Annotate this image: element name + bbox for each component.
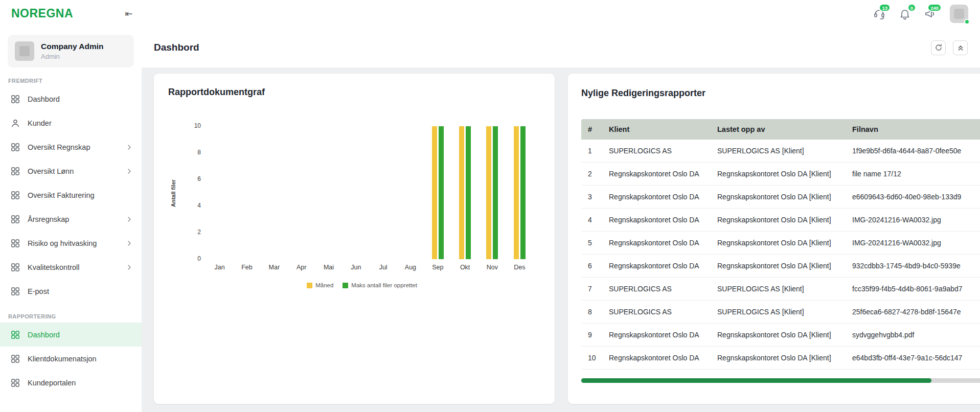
uploader-cell: Regnskapskontoret Oslo DA [Klient] — [713, 239, 848, 247]
scrollbar-thumb[interactable] — [581, 378, 931, 383]
support-badge: 13 — [879, 4, 891, 12]
sidebar-item-kvalitetskontroll[interactable]: Kvalitetskontroll — [0, 255, 142, 279]
sidebar-item-dashbord[interactable]: Dashbord — [0, 323, 142, 347]
chevron-right-icon — [125, 167, 133, 175]
filename-cell: e64bd3fb-0ff4-43e7-9a1c-56dc147 — [848, 354, 980, 362]
sidebar-item-label: Klientdokumenatsjon — [28, 355, 133, 363]
row-number: 4 — [581, 216, 605, 224]
table-row[interactable]: 2Regnskapskontoret Oslo DARegnskapskonto… — [581, 163, 980, 186]
table-header-lastet-opp-av: Lastet opp av — [713, 125, 848, 133]
legend-item: Måned — [307, 282, 333, 288]
uploader-cell: Regnskapskontoret Oslo DA [Klient] — [713, 216, 848, 224]
sidebar-item-oversikt-fakturering[interactable]: Oversikt Fakturering — [0, 183, 142, 207]
horizontal-scrollbar[interactable] — [581, 378, 980, 383]
client-cell: Regnskapskontoret Oslo DA — [605, 239, 713, 247]
sidebar-item-oversikt-l-nn[interactable]: Oversikt Lønn — [0, 159, 142, 183]
table-row[interactable]: 6Regnskapskontoret Oslo DARegnskapskonto… — [581, 255, 980, 278]
bar-maned — [432, 126, 437, 259]
grid-icon — [10, 190, 20, 200]
uploader-cell: Regnskapskontoret Oslo DA [Klient] — [713, 331, 848, 339]
person-icon — [10, 118, 20, 128]
x-tick-label: Mar — [261, 264, 288, 271]
sidebar-item-klientdokumenatsjon[interactable]: Klientdokumenatsjon — [0, 347, 142, 371]
y-axis-label: Antall filer — [170, 179, 176, 207]
announcements-button[interactable]: 240 — [924, 8, 937, 20]
report-chart-card: Rapportdokumentgraf Antall filer 0246810… — [153, 73, 555, 404]
sidebar-item-label: Oversikt Fakturering — [28, 191, 133, 199]
client-cell: Regnskapskontoret Oslo DA — [605, 170, 713, 178]
row-number: 10 — [581, 354, 605, 362]
filename-cell: 25f6eca6-6827-4278-bd8f-15647e — [848, 308, 980, 316]
grid-icon — [10, 214, 20, 224]
client-cell: Regnskapskontoret Oslo DA — [605, 193, 713, 201]
table-row[interactable]: 9Regnskapskontoret Oslo DARegnskapskonto… — [581, 324, 980, 347]
x-axis: JanFebMarAprMaiJunJulAugSepOktNovDes — [206, 264, 533, 271]
bar-group-okt — [451, 126, 478, 259]
filename-cell: sydvggehvgbb4.pdf — [848, 331, 980, 339]
bar-group-sep — [424, 126, 451, 259]
collapse-cards-button[interactable] — [953, 40, 968, 55]
bar-group-jul — [370, 126, 397, 259]
sidebar-item-kundeportalen[interactable]: Kundeportalen — [0, 371, 142, 395]
bar-group-aug — [397, 126, 424, 259]
main-header: Dashbord — [142, 28, 980, 67]
x-tick-label: Aug — [397, 264, 424, 271]
sidebar-item-label: Kvalitetskontroll — [28, 263, 118, 271]
support-button[interactable]: 13 — [873, 8, 885, 20]
app-logo[interactable]: NOREGNA — [11, 7, 73, 20]
bar-maks-antall-filer-opprettet — [493, 126, 498, 259]
table-row[interactable]: 3Regnskapskontoret Oslo DARegnskapskonto… — [581, 186, 980, 209]
legend-swatch — [307, 283, 312, 288]
bar-maks-antall-filer-opprettet — [466, 126, 471, 259]
sidebar-item-label: Dashbord — [28, 331, 133, 339]
notifications-button[interactable]: 0 — [899, 8, 911, 20]
grid-icon — [10, 166, 20, 176]
sidebar-collapse-button[interactable]: ⇤ — [122, 7, 136, 21]
x-tick-label: Jan — [206, 264, 233, 271]
table-row[interactable]: 8SUPERLOGICS ASSUPERLOGICS AS [Klient]25… — [581, 301, 980, 324]
row-number: 8 — [581, 308, 605, 316]
client-cell: Regnskapskontoret Oslo DA — [605, 262, 713, 270]
legend-label: Måned — [315, 282, 333, 288]
x-tick-label: Okt — [451, 264, 478, 271]
grid-icon — [10, 378, 20, 388]
sidebar-nav: FREMDRIFTDashbordKunderOversikt Regnskap… — [0, 78, 142, 395]
sidebar-item-e-post[interactable]: E-post — [0, 279, 142, 303]
user-avatar[interactable] — [950, 5, 968, 23]
bar-group-feb — [233, 126, 260, 259]
table-body: 1SUPERLOGICS ASSUPERLOGICS AS [Klient]1f… — [581, 140, 980, 370]
profile-name: Company Admin — [41, 42, 104, 51]
refresh-button[interactable] — [931, 40, 946, 55]
uploader-cell: Regnskapskontoret Oslo DA [Klient] — [713, 170, 848, 178]
sidebar-item-dashbord[interactable]: Dashbord — [0, 87, 142, 111]
notifications-badge: 0 — [907, 4, 916, 12]
sidebar-item-risiko-og-hvitvasking[interactable]: Risiko og hvitvasking — [0, 231, 142, 255]
uploader-cell: Regnskapskontoret Oslo DA [Klient] — [713, 262, 848, 270]
avatar-placeholder-icon — [954, 9, 964, 19]
bar-group-nov — [478, 126, 506, 259]
x-tick-label: Jul — [370, 264, 397, 271]
bar-group-apr — [288, 126, 315, 259]
sidebar-item-arsregnskap[interactable]: Årsregnskap — [0, 207, 142, 231]
sidebar-item-label: Årsregnskap — [28, 215, 118, 223]
table-row[interactable]: 1SUPERLOGICS ASSUPERLOGICS AS [Klient]1f… — [581, 140, 980, 163]
profile-avatar — [15, 41, 34, 61]
refresh-icon — [935, 43, 943, 52]
table-header-klient: Klient — [605, 125, 713, 133]
legend-swatch — [343, 283, 348, 288]
grid-icon — [10, 262, 20, 272]
table-row[interactable]: 7SUPERLOGICS ASSUPERLOGICS AS [Klient]fc… — [581, 278, 980, 301]
announcements-badge: 240 — [927, 4, 942, 12]
sidebar-item-oversikt-regnskap[interactable]: Oversikt Regnskap — [0, 135, 142, 159]
chevron-right-icon — [125, 239, 133, 247]
table-row[interactable]: 5Regnskapskontoret Oslo DARegnskapskonto… — [581, 232, 980, 255]
profile-card[interactable]: Company Admin Admin — [8, 35, 134, 67]
sidebar-item-kunder[interactable]: Kunder — [0, 111, 142, 135]
table-row[interactable]: 10Regnskapskontoret Oslo DARegnskapskont… — [581, 347, 980, 370]
x-tick-label: Mai — [315, 264, 342, 271]
grid-icon — [10, 238, 20, 248]
grid-icon — [10, 330, 20, 340]
table-row[interactable]: 4Regnskapskontoret Oslo DARegnskapskonto… — [581, 209, 980, 232]
client-cell: Regnskapskontoret Oslo DA — [605, 354, 713, 362]
x-tick-label: Nov — [478, 264, 506, 271]
